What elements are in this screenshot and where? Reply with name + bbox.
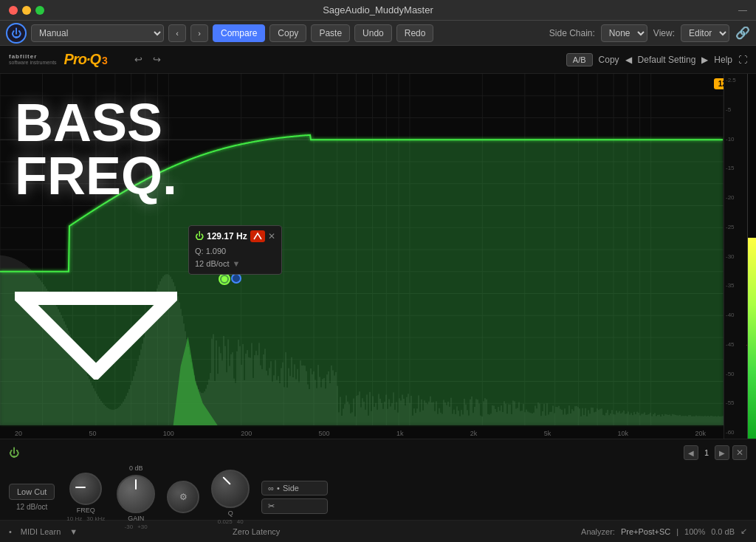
scissors-button[interactable]: ✂ — [261, 498, 328, 514]
header-actions: ↩ ↪ — [131, 52, 164, 66]
side-chain-label: Side Chain: — [549, 28, 595, 38]
band-navigation: ◀ 1 ▶ ✕ — [684, 445, 747, 460]
q-range-high: 40 — [237, 518, 244, 525]
band-remove-button[interactable]: ✕ — [732, 445, 747, 460]
freq-20: 20 — [15, 430, 22, 437]
gain-knob-label: GAIN — [128, 515, 144, 522]
freq-knob-container: FREQ 10 Hz 30 kHz — [66, 473, 105, 522]
band-tooltip: ⏻ 129.17 Hz ✕ Q: 1.090 12 dB/oct ▼ — [188, 225, 282, 275]
gain-knob-container: 0 dB GAIN -30 +30 — [117, 464, 155, 530]
band-nav-left[interactable]: ◀ — [684, 445, 698, 460]
scissors-icon: ✂ — [268, 501, 275, 511]
eq-canvas[interactable] — [0, 74, 756, 439]
filter-type-section: Low Cut 12 dB/oct — [9, 484, 55, 511]
link-side-label: • — [277, 484, 280, 493]
band-number: 1 — [701, 448, 712, 457]
gear-icon: ⚙ — [179, 492, 188, 502]
band-freq: 129.17 Hz — [207, 231, 247, 241]
plugin-container: fabfilter software instruments Pro·Q 3 ↩… — [0, 46, 756, 520]
view-label: View: — [653, 28, 675, 38]
band-tooltip-header: ⏻ 129.17 Hz ✕ — [195, 230, 275, 242]
q-knob-label: Q — [228, 510, 233, 517]
band-power-icon[interactable]: ⏻ — [195, 231, 204, 241]
plugin-header: fabfilter software instruments Pro·Q 3 ↩… — [0, 46, 756, 74]
gain-knob[interactable] — [117, 475, 155, 513]
undo-button[interactable]: Undo — [354, 24, 392, 42]
window-title: SageAudio_MuddyMaster — [323, 4, 433, 16]
band-node-2[interactable] — [231, 273, 241, 284]
paste-button[interactable]: Paste — [311, 24, 350, 42]
controls-main: Low Cut 12 dB/oct FREQ 10 Hz 30 kHz 0 dB — [9, 464, 747, 530]
close-button[interactable] — [9, 6, 18, 15]
link-icon[interactable]: 🔗 — [735, 26, 750, 40]
title-bar: SageAudio_MuddyMaster — — [0, 0, 756, 21]
band-power-toggle[interactable]: ⏻ — [9, 447, 19, 459]
band-close-icon[interactable]: ✕ — [268, 231, 275, 241]
freq-knob-label: FREQ — [77, 507, 95, 514]
copy-button[interactable]: Copy — [269, 24, 306, 42]
gain-range: -30 +30 — [125, 524, 148, 530]
link-side-button[interactable]: ∞ • Side — [261, 481, 328, 495]
freq-50: 50 — [89, 430, 96, 437]
freq-10k: 10k — [618, 430, 629, 437]
maximize-button[interactable] — [35, 6, 44, 15]
power-button[interactable]: ⏻ — [6, 23, 27, 44]
freq-100: 100 — [163, 430, 174, 437]
product-version: 3 — [102, 55, 108, 66]
undo-plugin-button[interactable]: ↩ — [131, 52, 145, 66]
freq-range: 10 Hz 30 kHz — [66, 515, 105, 522]
prev-preset-button[interactable]: ‹ — [168, 24, 186, 42]
compare-button[interactable]: Compare — [213, 24, 265, 42]
band-nav-right[interactable]: ▶ — [715, 445, 729, 460]
band-node-inner — [221, 276, 227, 282]
header-arrow-right: ▶ — [701, 55, 708, 65]
preset-select[interactable]: Manual — [31, 24, 164, 42]
freq-1k: 1k — [396, 430, 404, 437]
freq-labels: 20 50 100 200 500 1k 2k 5k 10k 20k — [0, 430, 721, 437]
company-name: fabfilter — [9, 53, 57, 61]
freq-knob[interactable] — [69, 473, 102, 505]
band-type-icon[interactable] — [250, 230, 265, 242]
link-side-icon: ∞ — [268, 484, 274, 493]
slope-label: 12 dB/oct — [16, 503, 47, 511]
q-knob-indicator — [223, 476, 231, 484]
band-q: Q: 1.090 — [195, 245, 275, 258]
db-value-display: 0 dB — [129, 464, 143, 472]
gain-range-low: -30 — [125, 524, 134, 530]
band-slope: 12 dB/oct ▼ — [195, 258, 275, 270]
extra-knob-container: ⚙ — [167, 481, 199, 515]
toolbar: ⏻ Manual ‹ › Compare Copy Paste Undo Red… — [0, 21, 756, 46]
product-logo: Pro·Q 3 — [64, 51, 108, 68]
freq-20k: 20k — [695, 430, 706, 437]
band-info: Q: 1.090 12 dB/oct ▼ — [195, 245, 275, 270]
gain-meter-fill — [748, 238, 756, 439]
redo-plugin-button[interactable]: ↪ — [150, 52, 164, 66]
header-arrow-left: ◀ — [625, 55, 632, 65]
default-setting-label: Default Setting — [638, 55, 696, 65]
db-left-top: -2.5 — [726, 77, 736, 83]
filter-type-button[interactable]: Low Cut — [9, 484, 55, 500]
next-preset-button[interactable]: › — [190, 24, 208, 42]
window-controls[interactable] — [9, 6, 44, 15]
header-center: A/B Copy ◀ Default Setting ▶ Help ⛶ — [566, 53, 747, 66]
gain-range-high: +30 — [137, 524, 148, 530]
freq-5k: 5k — [544, 430, 551, 437]
extra-knob[interactable]: ⚙ — [167, 481, 199, 513]
band-slope-arrow[interactable]: ▼ — [232, 258, 240, 270]
view-select[interactable]: Editor — [681, 24, 729, 42]
band-node[interactable] — [219, 273, 230, 285]
q-knob[interactable] — [211, 470, 250, 508]
product-name: Pro·Q — [64, 51, 100, 68]
redo-button[interactable]: Redo — [396, 24, 434, 42]
eq-display[interactable]: BASS FREQ. ⏻ 129.17 Hz ✕ Q: 1.090 — [0, 74, 756, 439]
freq-2k: 2k — [470, 430, 478, 437]
freq-knob-indicator — [75, 487, 86, 488]
side-chain-select[interactable]: None — [601, 24, 647, 42]
ab-button[interactable]: A/B — [566, 53, 593, 66]
expand-icon[interactable]: ⛶ — [738, 55, 747, 65]
freq-200: 200 — [241, 430, 252, 437]
logo-area: fabfilter software instruments Pro·Q 3 — [9, 51, 108, 68]
help-label[interactable]: Help — [714, 55, 732, 65]
minimize-button[interactable] — [22, 6, 31, 15]
gain-meter — [747, 74, 756, 439]
